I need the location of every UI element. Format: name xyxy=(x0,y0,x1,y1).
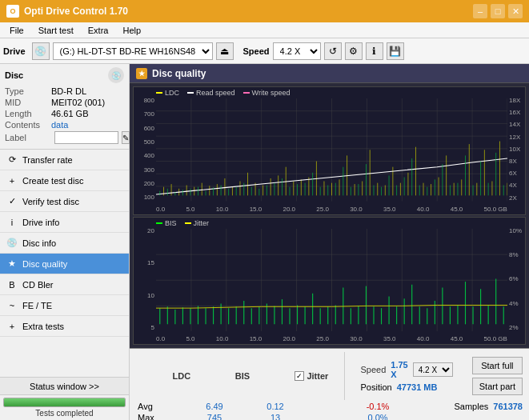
menu-extra[interactable]: Extra xyxy=(82,25,115,36)
menu-file[interactable]: File xyxy=(3,25,30,36)
chart-header: ★ Disc quality xyxy=(130,64,529,83)
title-bar: O Opti Drive Control 1.70 – □ ✕ xyxy=(0,0,529,22)
drive-info-icon: i xyxy=(6,217,18,228)
settings-button[interactable]: ⚙ xyxy=(345,42,363,60)
speed-info: Speed 1.75 X 4.2 X xyxy=(361,360,453,379)
speed-select-stats[interactable]: 4.2 X xyxy=(413,362,453,377)
jitter-avg: -0.1% xyxy=(354,402,402,411)
main-layout: Disc 💿 Type BD-R DL MID MEIT02 (001) Len… xyxy=(0,64,529,420)
top-chart-svg-area xyxy=(156,98,507,202)
window-title: Opti Drive Control 1.70 xyxy=(24,6,128,17)
speed-value: 1.75 X xyxy=(391,360,407,379)
label-input[interactable] xyxy=(54,131,118,144)
window-controls: – □ ✕ xyxy=(473,4,523,18)
menu-help[interactable]: Help xyxy=(116,25,147,36)
top-chart: LDC Read speed Write speed 8007006005004… xyxy=(133,86,526,215)
status-text: Tests completed xyxy=(3,409,126,418)
status-window-button[interactable]: Status window >> xyxy=(0,378,129,395)
drive-icon: 💿 xyxy=(32,42,50,60)
jitter-checkbox[interactable]: ✓ Jitter xyxy=(295,371,328,381)
extra-tests-icon: + xyxy=(6,321,18,332)
disc-section: Disc 💿 Type BD-R DL MID MEIT02 (001) Len… xyxy=(0,64,129,150)
legend-write-speed: Write speed xyxy=(243,89,291,97)
cd-bler-icon: B xyxy=(6,279,18,290)
status-progress-area: Tests completed xyxy=(0,395,129,420)
position-value: 47731 MB xyxy=(397,382,438,392)
length-label: Length xyxy=(5,109,51,118)
stats-max-row: Max 745 13 0.0% xyxy=(136,413,523,420)
verify-disc-icon: ✓ xyxy=(6,196,18,207)
bis-max: 13 xyxy=(251,413,299,420)
sidebar-item-drive-info[interactable]: i Drive info xyxy=(0,212,129,233)
fe-te-label: FE / TE xyxy=(22,301,52,310)
bottom-chart-y-axis-right: 10%8%6%4%2% xyxy=(507,218,525,332)
disc-section-title: Disc xyxy=(5,70,23,80)
disc-type-row: Type BD-R DL xyxy=(5,86,124,96)
menu-bar: File Start test Extra Help xyxy=(0,22,529,38)
sidebar-item-create-test-disc[interactable]: + Create test disc xyxy=(0,170,129,191)
maximize-button[interactable]: □ xyxy=(491,4,505,18)
refresh-button[interactable]: ↺ xyxy=(324,42,342,60)
disc-info-icon: 💿 xyxy=(6,238,18,249)
avg-label: Avg xyxy=(138,402,178,411)
bis-col-header: BIS xyxy=(218,371,267,381)
content-area: ★ Disc quality LDC Read speed xyxy=(130,64,529,420)
start-part-button[interactable]: Start part xyxy=(472,378,523,395)
info-button[interactable]: ℹ xyxy=(366,42,383,60)
sidebar-item-cd-bler[interactable]: B CD Bler xyxy=(0,274,129,295)
label-label: Label xyxy=(5,133,51,142)
disc-label-row: Label ✎ xyxy=(5,131,124,144)
sidebar-item-disc-quality[interactable]: ★ Disc quality xyxy=(0,254,129,274)
jitter-max: 0.0% xyxy=(354,413,402,420)
fe-te-icon: ~ xyxy=(6,300,18,311)
top-chart-legend: LDC Read speed Write speed xyxy=(156,89,290,97)
cd-bler-label: CD Bler xyxy=(22,280,54,290)
stats-avg-row: Avg 6.49 0.12 -0.1% Samples 761378 xyxy=(136,402,523,411)
status-progress-fill xyxy=(4,398,125,406)
transfer-rate-label: Transfer rate xyxy=(22,155,73,165)
legend-ldc: LDC xyxy=(156,89,179,97)
top-chart-y-axis-left: 800700600500400300200100 xyxy=(134,87,156,202)
ldc-col-header: LDC xyxy=(158,371,206,381)
start-full-button[interactable]: Start full xyxy=(472,357,523,374)
menu-start-test[interactable]: Start test xyxy=(32,25,80,36)
ldc-max: 745 xyxy=(190,413,238,420)
sidebar-item-transfer-rate[interactable]: ⟳ Transfer rate xyxy=(0,150,129,170)
transfer-rate-icon: ⟳ xyxy=(6,154,18,166)
charts-wrapper: LDC Read speed Write speed 8007006005004… xyxy=(130,83,529,348)
sidebar: Disc 💿 Type BD-R DL MID MEIT02 (001) Len… xyxy=(0,64,130,420)
type-label: Type xyxy=(5,86,51,96)
bottom-chart-x-axis: 0.05.010.015.020.0 25.030.035.040.045.05… xyxy=(156,335,507,342)
minimize-button[interactable]: – xyxy=(473,4,487,18)
sidebar-item-extra-tests[interactable]: + Extra tests xyxy=(0,316,129,337)
chart-title-icon: ★ xyxy=(136,68,147,79)
top-chart-x-axis: 0.05.010.015.020.0 25.030.035.040.045.05… xyxy=(156,206,507,213)
position-label: Position xyxy=(361,382,392,392)
sidebar-item-disc-info[interactable]: 💿 Disc info xyxy=(0,233,129,254)
disc-contents-row: Contents data xyxy=(5,120,124,130)
speed-label-text: Speed xyxy=(361,365,387,374)
speed-select[interactable]: 4.2 X xyxy=(273,42,321,60)
drive-select[interactable]: (G:) HL-DT-ST BD-RE WH16NS48 1.D3 xyxy=(53,42,213,60)
sidebar-item-fe-te[interactable]: ~ FE / TE xyxy=(0,295,129,316)
length-value: 46.61 GB xyxy=(51,109,88,118)
stats-area: LDC BIS ✓ Jitter Speed 1.75 X 4.2 X xyxy=(130,348,529,420)
jitter-label: Jitter xyxy=(307,371,328,381)
disc-icon: 💿 xyxy=(108,67,124,83)
bottom-chart: BIS Jitter 2015105 10%8%6%4%2% xyxy=(133,217,526,346)
save-button[interactable]: 💾 xyxy=(387,42,404,60)
eject-button[interactable]: ⏏ xyxy=(216,42,234,60)
disc-quality-icon: ★ xyxy=(6,258,18,270)
sidebar-item-verify-test-disc[interactable]: ✓ Verify test disc xyxy=(0,191,129,212)
create-disc-label: Create test disc xyxy=(22,176,83,186)
label-edit-button[interactable]: ✎ xyxy=(122,131,130,144)
samples-value: 761378 xyxy=(493,402,523,411)
type-value: BD-R DL xyxy=(51,86,86,96)
speed-label: Speed xyxy=(243,46,270,56)
close-button[interactable]: ✕ xyxy=(508,4,523,18)
jitter-check-box[interactable]: ✓ xyxy=(295,371,304,381)
disc-length-row: Length 46.61 GB xyxy=(5,109,124,118)
chart-title: Disc quality xyxy=(152,68,206,79)
bottom-chart-legend: BIS Jitter xyxy=(156,219,209,227)
disc-quality-label: Disc quality xyxy=(22,259,67,269)
